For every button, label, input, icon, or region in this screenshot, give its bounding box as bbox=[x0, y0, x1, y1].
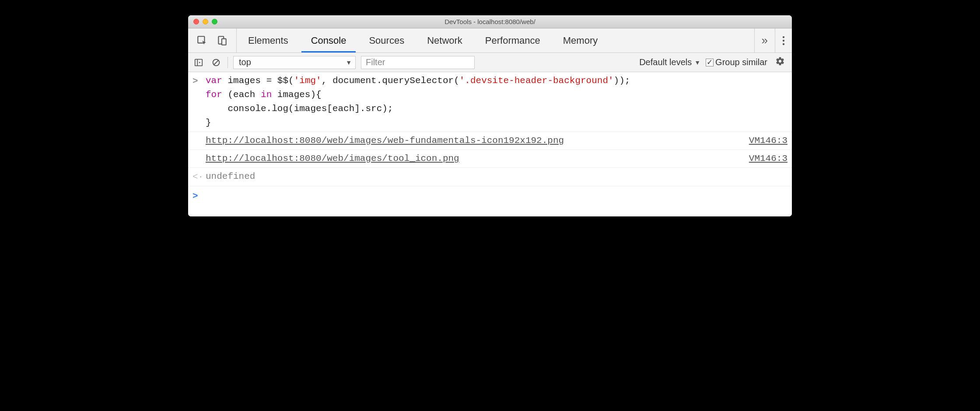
console-output: > var images = $$('img', document.queryS… bbox=[188, 72, 792, 216]
tab-label: Elements bbox=[248, 35, 288, 46]
show-console-sidebar-icon[interactable] bbox=[192, 56, 205, 69]
titlebar: DevTools - localhost:8080/web/ bbox=[188, 15, 792, 28]
chevron-double-right-icon: » bbox=[762, 34, 768, 47]
toolbar-divider bbox=[228, 57, 228, 68]
traffic-lights bbox=[188, 19, 217, 24]
close-window-button[interactable] bbox=[193, 19, 199, 24]
tab-label: Console bbox=[311, 35, 346, 46]
kebab-icon bbox=[782, 35, 785, 46]
chevron-down-icon: ▼ bbox=[346, 59, 352, 66]
console-return-row: <· undefined bbox=[188, 168, 792, 186]
log-url-link[interactable]: http://localhost:8080/web/images/tool_ic… bbox=[206, 153, 459, 164]
tab-label: Memory bbox=[563, 35, 598, 46]
zoom-window-button[interactable] bbox=[212, 19, 217, 24]
tab-performance[interactable]: Performance bbox=[474, 28, 552, 52]
tab-memory[interactable]: Memory bbox=[552, 28, 609, 52]
execution-context-select[interactable]: top ▼ bbox=[233, 56, 356, 69]
tab-network[interactable]: Network bbox=[416, 28, 474, 52]
svg-point-3 bbox=[783, 36, 784, 38]
log-levels-select[interactable]: Default levels ▼ bbox=[639, 57, 700, 67]
console-input-echo: > var images = $$('img', document.queryS… bbox=[188, 72, 792, 132]
tab-label: Performance bbox=[485, 35, 540, 46]
source-link[interactable]: VM146:3 bbox=[740, 152, 788, 166]
devtools-menu-button[interactable] bbox=[775, 28, 792, 52]
console-log-row: http://localhost:8080/web/images/web-fun… bbox=[188, 132, 792, 150]
console-input[interactable] bbox=[206, 189, 788, 203]
input-marker-icon: > bbox=[192, 74, 206, 130]
tab-elements[interactable]: Elements bbox=[237, 28, 300, 52]
filter-input[interactable] bbox=[361, 56, 475, 69]
log-gutter bbox=[192, 152, 206, 166]
group-similar-toggle[interactable]: Group similar bbox=[706, 57, 767, 67]
tab-label: Network bbox=[427, 35, 462, 46]
svg-rect-2 bbox=[222, 38, 226, 45]
prompt-marker-icon: > bbox=[192, 189, 206, 203]
svg-rect-6 bbox=[195, 59, 203, 66]
devtools-window: DevTools - localhost:8080/web/ Elements … bbox=[188, 15, 792, 216]
svg-point-4 bbox=[783, 39, 784, 41]
code-content[interactable]: var images = $$('img', document.querySel… bbox=[206, 74, 788, 130]
tabs-bar: Elements Console Sources Network Perform… bbox=[188, 28, 792, 53]
console-prompt-row[interactable]: > bbox=[188, 186, 792, 216]
tab-console[interactable]: Console bbox=[300, 28, 358, 52]
svg-point-5 bbox=[783, 43, 784, 45]
minimize-window-button[interactable] bbox=[203, 19, 208, 24]
clear-console-icon[interactable] bbox=[210, 56, 222, 69]
inspect-element-icon[interactable] bbox=[196, 35, 208, 47]
log-url-link[interactable]: http://localhost:8080/web/images/web-fun… bbox=[206, 136, 564, 146]
panel-tabs: Elements Console Sources Network Perform… bbox=[237, 28, 609, 52]
console-log-row: http://localhost:8080/web/images/tool_ic… bbox=[188, 150, 792, 168]
tab-sources[interactable]: Sources bbox=[357, 28, 416, 52]
log-gutter bbox=[192, 134, 206, 148]
context-value: top bbox=[239, 57, 251, 67]
return-value: undefined bbox=[206, 170, 788, 184]
checkbox-icon bbox=[706, 59, 714, 66]
console-toolbar: top ▼ Default levels ▼ Group similar bbox=[188, 53, 792, 72]
device-toolbar-icon[interactable] bbox=[216, 35, 228, 47]
window-title: DevTools - localhost:8080/web/ bbox=[444, 18, 536, 25]
inspect-tools bbox=[188, 28, 237, 52]
chevron-down-icon: ▼ bbox=[694, 59, 700, 66]
console-settings-icon[interactable] bbox=[773, 56, 788, 68]
svg-line-9 bbox=[214, 60, 218, 64]
more-tabs-button[interactable]: » bbox=[754, 28, 775, 52]
tab-label: Sources bbox=[369, 35, 404, 46]
levels-label: Default levels bbox=[639, 57, 692, 67]
source-link[interactable]: VM146:3 bbox=[740, 134, 788, 148]
return-marker-icon: <· bbox=[192, 170, 206, 184]
group-similar-label: Group similar bbox=[715, 57, 767, 67]
